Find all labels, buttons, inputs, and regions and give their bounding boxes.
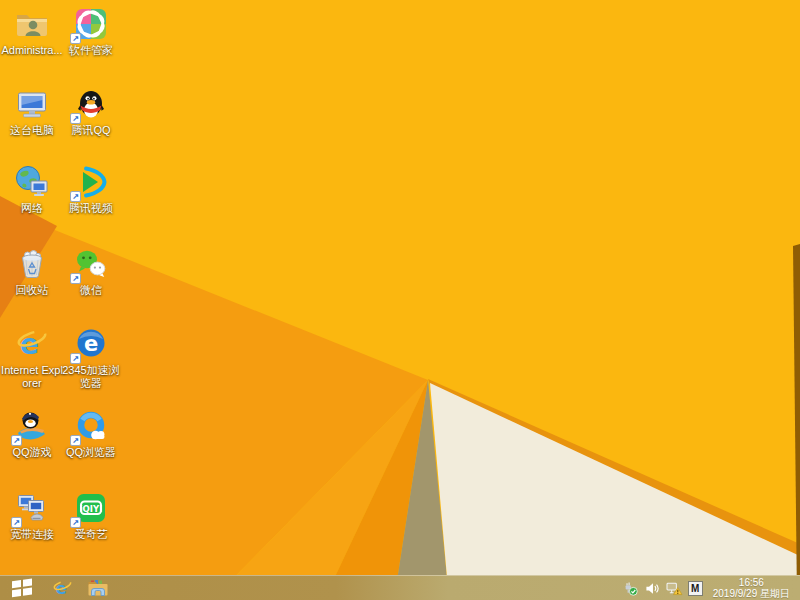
taskbar-item-file-explorer[interactable] xyxy=(80,576,116,600)
tray-volume[interactable] xyxy=(644,576,661,600)
tray-network-warning[interactable] xyxy=(666,576,683,600)
recycle-bin-icon xyxy=(14,246,50,282)
desktop-icon-internet-explorer[interactable]: e Internet Explorer xyxy=(0,326,64,390)
desktop-icon-label: QQ游戏 xyxy=(0,446,64,459)
shortcut-arrow-icon: ↗ xyxy=(11,435,22,446)
play-logo-icon: ↗ xyxy=(73,164,109,200)
computer-icon xyxy=(14,86,50,122)
desktop-icon-label: 腾讯视频 xyxy=(59,202,123,215)
network-warning-icon xyxy=(666,581,683,596)
desktop-icon-network[interactable]: 网络 xyxy=(0,164,64,215)
ime-indicator[interactable]: M xyxy=(688,581,703,596)
shortcut-arrow-icon: ↗ xyxy=(70,435,81,446)
usb-icon xyxy=(623,581,638,596)
shortcut-arrow-icon: ↗ xyxy=(70,191,81,202)
shortcut-arrow-icon: ↗ xyxy=(70,517,81,528)
desktop-icon-tencent-video[interactable]: ↗ 腾讯视频 xyxy=(59,164,123,215)
windows-logo-icon xyxy=(12,579,32,597)
user-folder-icon xyxy=(14,6,50,42)
shortcut-arrow-icon: ↗ xyxy=(70,113,81,124)
desktop-icon-qq-browser[interactable]: ↗ QQ浏览器 xyxy=(59,408,123,459)
desktop-icon-label: Internet Explorer xyxy=(0,364,64,390)
tray-usb-safe-remove[interactable] xyxy=(622,576,639,600)
desktop-icon-qq-games[interactable]: ↗ QQ游戏 xyxy=(0,408,64,459)
2345-browser-icon: e ↗ xyxy=(73,326,109,362)
iqiyi-icon: iQIYI ↗ xyxy=(73,490,109,526)
svg-text:e: e xyxy=(84,332,98,356)
desktop-icon-wechat[interactable]: ↗ 微信 xyxy=(59,246,123,297)
taskbar: e xyxy=(0,575,800,600)
desktop-icon-software-manager[interactable]: ↗ 软件管家 xyxy=(59,6,123,57)
desktop-icon-label: 腾讯QQ xyxy=(59,124,123,137)
file-explorer-icon xyxy=(87,578,109,598)
desktop-icon-label: 网络 xyxy=(0,202,64,215)
desktop-icon-label: QQ浏览器 xyxy=(59,446,123,459)
software-manager-icon: ↗ xyxy=(73,6,109,42)
desktop-icon-administrator[interactable]: Administra... xyxy=(0,6,64,57)
desktop-icon-label: 宽带连接 xyxy=(0,528,64,541)
qq-games-icon: ↗ xyxy=(14,408,50,444)
qq-penguin-icon: ↗ xyxy=(73,86,109,122)
desktop-icon-label: 2345加速浏览器 xyxy=(59,364,123,390)
desktop-icon-broadband-connection[interactable]: ↗ 宽带连接 xyxy=(0,490,64,541)
desktop-icon-label: 软件管家 xyxy=(59,44,123,57)
clock-time: 16:56 xyxy=(713,577,790,588)
desktop-icon-recycle-bin[interactable]: 回收站 xyxy=(0,246,64,297)
shortcut-arrow-icon: ↗ xyxy=(70,33,81,44)
desktop-icon-label: Administra... xyxy=(0,44,64,57)
taskbar-clock[interactable]: 16:56 2019/9/29 星期日 xyxy=(708,577,795,599)
desktop-icon-2345-browser[interactable]: e ↗ 2345加速浏览器 xyxy=(59,326,123,390)
desktop-icon-tencent-qq[interactable]: ↗ 腾讯QQ xyxy=(59,86,123,137)
speaker-icon xyxy=(645,581,660,596)
qq-browser-icon: ↗ xyxy=(73,408,109,444)
clock-date: 2019/9/29 星期日 xyxy=(713,588,790,599)
system-tray: M 16:56 2019/9/29 星期日 xyxy=(622,576,800,600)
desktop-icon-iqiyi[interactable]: iQIYI ↗ 爱奇艺 xyxy=(59,490,123,541)
wechat-bubbles-icon: ↗ xyxy=(73,246,109,282)
ie-icon: e xyxy=(14,326,50,362)
desktop-icon-this-pc[interactable]: 这台电脑 xyxy=(0,86,64,137)
desktop-icon-label: 这台电脑 xyxy=(0,124,64,137)
desktop: Administra... ↗ 软件管家 xyxy=(0,0,800,600)
shortcut-arrow-icon: ↗ xyxy=(11,517,22,528)
taskbar-item-internet-explorer[interactable]: e xyxy=(44,576,80,600)
start-button[interactable] xyxy=(0,576,44,600)
svg-text:iQIYI: iQIYI xyxy=(80,504,103,514)
desktop-icon-label: 微信 xyxy=(59,284,123,297)
desktop-icon-label: 爱奇艺 xyxy=(59,528,123,541)
network-globe-icon xyxy=(14,164,50,200)
shortcut-arrow-icon: ↗ xyxy=(70,353,81,364)
desktop-icon-label: 回收站 xyxy=(0,284,64,297)
broadband-icon: ↗ xyxy=(14,490,50,526)
ie-icon: e xyxy=(52,578,73,599)
shortcut-arrow-icon: ↗ xyxy=(70,273,81,284)
